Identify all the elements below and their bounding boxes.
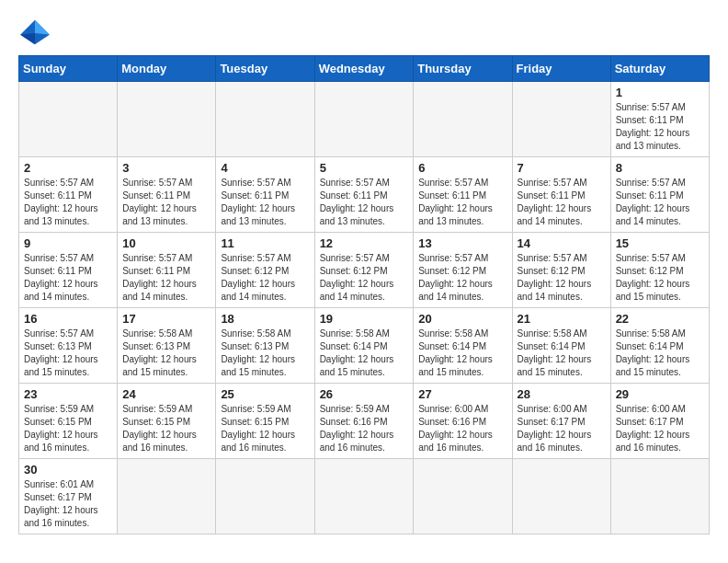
weekday-header-thursday: Thursday: [414, 56, 512, 82]
weekday-header-monday: Monday: [118, 56, 216, 82]
calendar-cell: [118, 459, 216, 534]
day-info: Sunrise: 5:57 AM Sunset: 6:11 PM Dayligh…: [122, 177, 210, 228]
day-info: Sunrise: 5:57 AM Sunset: 6:11 PM Dayligh…: [122, 252, 210, 304]
day-info: Sunrise: 5:58 AM Sunset: 6:13 PM Dayligh…: [122, 327, 210, 379]
day-number: 16: [24, 312, 112, 326]
calendar-cell: [314, 82, 414, 157]
day-number: 4: [221, 161, 309, 175]
calendar-cell: [512, 82, 610, 157]
day-info: Sunrise: 5:59 AM Sunset: 6:16 PM Dayligh…: [320, 403, 409, 454]
calendar-cell: 12Sunrise: 5:57 AM Sunset: 6:12 PM Dayli…: [314, 233, 414, 308]
day-info: Sunrise: 5:59 AM Sunset: 6:15 PM Dayligh…: [122, 403, 210, 454]
day-number: 25: [221, 387, 309, 401]
weekday-header-friday: Friday: [512, 56, 610, 82]
day-number: 27: [418, 387, 506, 401]
calendar-week-5: 23Sunrise: 5:59 AM Sunset: 6:15 PM Dayli…: [19, 384, 710, 459]
day-number: 17: [122, 312, 210, 326]
day-number: 6: [418, 161, 506, 175]
calendar-cell: 5Sunrise: 5:57 AM Sunset: 6:11 PM Daylig…: [314, 157, 414, 233]
day-number: 20: [418, 312, 506, 326]
calendar-cell: 10Sunrise: 5:57 AM Sunset: 6:11 PM Dayli…: [118, 233, 216, 308]
day-number: 10: [122, 236, 210, 250]
calendar-cell: 11Sunrise: 5:57 AM Sunset: 6:12 PM Dayli…: [216, 233, 314, 308]
calendar-cell: 16Sunrise: 5:57 AM Sunset: 6:13 PM Dayli…: [19, 308, 118, 384]
calendar-cell: 19Sunrise: 5:58 AM Sunset: 6:14 PM Dayli…: [314, 308, 414, 384]
calendar-cell: 28Sunrise: 6:00 AM Sunset: 6:17 PM Dayli…: [512, 384, 610, 459]
svg-marker-1: [35, 20, 50, 35]
calendar-cell: 3Sunrise: 5:57 AM Sunset: 6:11 PM Daylig…: [118, 157, 216, 233]
day-number: 30: [24, 463, 112, 477]
day-number: 11: [221, 236, 309, 250]
calendar-cell: 8Sunrise: 5:57 AM Sunset: 6:11 PM Daylig…: [610, 157, 709, 233]
day-number: 21: [518, 312, 606, 326]
weekday-header-row: SundayMondayTuesdayWednesdayThursdayFrid…: [19, 56, 710, 82]
calendar-cell: 25Sunrise: 5:59 AM Sunset: 6:15 PM Dayli…: [216, 384, 314, 459]
day-number: 3: [122, 161, 210, 175]
calendar-cell: 14Sunrise: 5:57 AM Sunset: 6:12 PM Dayli…: [512, 233, 610, 308]
calendar-cell: 4Sunrise: 5:57 AM Sunset: 6:11 PM Daylig…: [216, 157, 314, 233]
day-info: Sunrise: 6:00 AM Sunset: 6:17 PM Dayligh…: [616, 403, 704, 454]
day-number: 1: [616, 86, 704, 99]
calendar-cell: 1Sunrise: 5:57 AM Sunset: 6:11 PM Daylig…: [610, 82, 709, 157]
calendar-week-3: 9Sunrise: 5:57 AM Sunset: 6:11 PM Daylig…: [19, 233, 710, 308]
calendar-cell: [216, 459, 314, 534]
day-info: Sunrise: 5:58 AM Sunset: 6:14 PM Dayligh…: [418, 327, 506, 379]
day-info: Sunrise: 5:57 AM Sunset: 6:12 PM Dayligh…: [616, 252, 704, 304]
day-number: 14: [518, 236, 606, 250]
calendar-cell: 29Sunrise: 6:00 AM Sunset: 6:17 PM Dayli…: [610, 384, 709, 459]
day-info: Sunrise: 5:57 AM Sunset: 6:11 PM Dayligh…: [24, 252, 112, 304]
calendar-cell: [118, 82, 216, 157]
day-number: 19: [320, 312, 409, 326]
calendar-cell: [610, 459, 709, 534]
day-info: Sunrise: 5:57 AM Sunset: 6:11 PM Dayligh…: [418, 177, 506, 228]
day-info: Sunrise: 5:57 AM Sunset: 6:12 PM Dayligh…: [221, 252, 309, 304]
calendar-cell: [512, 459, 610, 534]
day-number: 22: [616, 312, 704, 326]
weekday-header-wednesday: Wednesday: [314, 56, 414, 82]
day-number: 12: [320, 236, 409, 250]
day-info: Sunrise: 6:01 AM Sunset: 6:17 PM Dayligh…: [24, 478, 112, 530]
calendar-cell: 30Sunrise: 6:01 AM Sunset: 6:17 PM Dayli…: [19, 459, 118, 534]
calendar-cell: [314, 459, 414, 534]
calendar-cell: 21Sunrise: 5:58 AM Sunset: 6:14 PM Dayli…: [512, 308, 610, 384]
calendar-cell: 27Sunrise: 6:00 AM Sunset: 6:16 PM Dayli…: [414, 384, 512, 459]
day-info: Sunrise: 5:57 AM Sunset: 6:11 PM Dayligh…: [616, 177, 704, 228]
calendar-week-2: 2Sunrise: 5:57 AM Sunset: 6:11 PM Daylig…: [19, 157, 710, 233]
calendar-cell: 18Sunrise: 5:58 AM Sunset: 6:13 PM Dayli…: [216, 308, 314, 384]
day-info: Sunrise: 5:57 AM Sunset: 6:11 PM Dayligh…: [221, 177, 309, 228]
day-number: 28: [518, 387, 606, 401]
day-number: 15: [616, 236, 704, 250]
calendar-cell: [19, 82, 118, 157]
day-number: 2: [24, 161, 112, 175]
day-info: Sunrise: 5:57 AM Sunset: 6:12 PM Dayligh…: [320, 252, 409, 304]
day-info: Sunrise: 6:00 AM Sunset: 6:17 PM Dayligh…: [518, 403, 606, 454]
page-header: [18, 18, 710, 46]
day-number: 29: [616, 387, 704, 401]
calendar-cell: 2Sunrise: 5:57 AM Sunset: 6:11 PM Daylig…: [19, 157, 118, 233]
day-number: 13: [418, 236, 506, 250]
day-number: 26: [320, 387, 409, 401]
day-info: Sunrise: 5:58 AM Sunset: 6:14 PM Dayligh…: [518, 327, 606, 379]
svg-marker-2: [20, 33, 35, 44]
calendar-cell: [414, 459, 512, 534]
day-info: Sunrise: 5:59 AM Sunset: 6:15 PM Dayligh…: [221, 403, 309, 454]
day-number: 5: [320, 161, 409, 175]
day-number: 9: [24, 236, 112, 250]
calendar-cell: 24Sunrise: 5:59 AM Sunset: 6:15 PM Dayli…: [118, 384, 216, 459]
calendar-cell: 13Sunrise: 5:57 AM Sunset: 6:12 PM Dayli…: [414, 233, 512, 308]
calendar-week-1: 1Sunrise: 5:57 AM Sunset: 6:11 PM Daylig…: [19, 82, 710, 157]
calendar-cell: 22Sunrise: 5:58 AM Sunset: 6:14 PM Dayli…: [610, 308, 709, 384]
day-info: Sunrise: 5:57 AM Sunset: 6:13 PM Dayligh…: [24, 327, 112, 379]
day-info: Sunrise: 5:57 AM Sunset: 6:11 PM Dayligh…: [24, 177, 112, 228]
day-info: Sunrise: 5:57 AM Sunset: 6:11 PM Dayligh…: [518, 177, 606, 228]
day-info: Sunrise: 5:57 AM Sunset: 6:12 PM Dayligh…: [518, 252, 606, 304]
calendar-cell: [414, 82, 512, 157]
day-number: 23: [24, 387, 112, 401]
weekday-header-tuesday: Tuesday: [216, 56, 314, 82]
weekday-header-sunday: Sunday: [19, 56, 118, 82]
day-number: 7: [518, 161, 606, 175]
day-info: Sunrise: 5:57 AM Sunset: 6:11 PM Dayligh…: [616, 101, 704, 153]
calendar-cell: 23Sunrise: 5:59 AM Sunset: 6:15 PM Dayli…: [19, 384, 118, 459]
day-info: Sunrise: 5:58 AM Sunset: 6:13 PM Dayligh…: [221, 327, 309, 379]
calendar-cell: [216, 82, 314, 157]
